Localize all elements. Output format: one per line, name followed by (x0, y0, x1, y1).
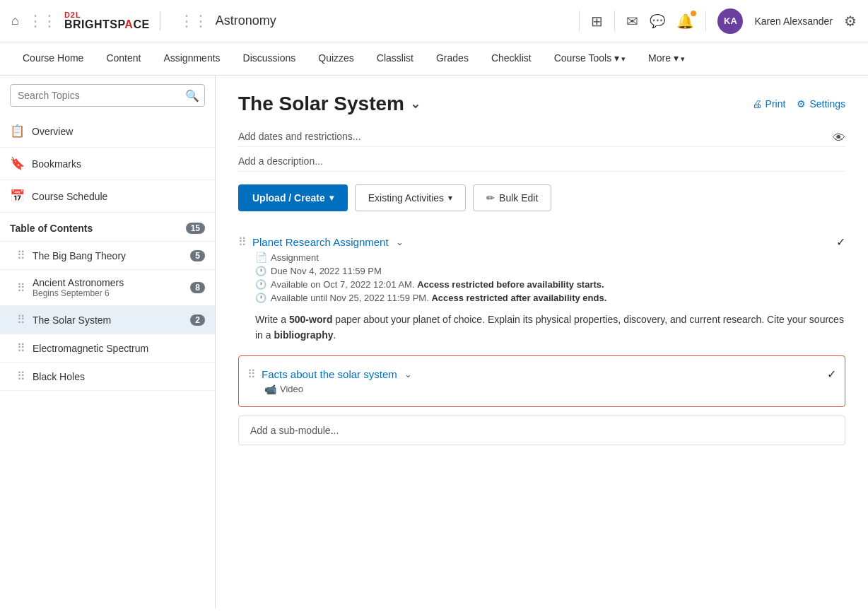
print-link[interactable]: 🖨 Print (752, 98, 786, 110)
drag-handle-icon: ⠿ (17, 313, 25, 326)
course-nav-item-assignments[interactable]: Assignments (152, 42, 231, 75)
activity-item-1: ⠿ Facts about the solar system ⌄ ✓ 📹 Vid… (238, 355, 845, 407)
sidebar-nav-course-schedule[interactable]: 📅 Course Schedule (0, 180, 215, 213)
chat-icon[interactable]: 💬 (650, 13, 665, 29)
notification-dot (691, 11, 696, 16)
course-nav-item-content[interactable]: Content (95, 42, 152, 75)
bulk-edit-button[interactable]: ✏ Bulk Edit (473, 184, 551, 211)
nav-dots-mid[interactable]: ⋮⋮ (179, 12, 207, 30)
search-button[interactable]: 🔍 (185, 89, 199, 102)
course schedule-icon: 📅 (10, 189, 25, 204)
course-nav-item-discussions[interactable]: Discussions (232, 42, 307, 75)
activity-type-icon: 📹 (264, 384, 276, 395)
toc-section: Table of Contents 15 ⠿ The Big Bang Theo… (0, 216, 215, 391)
sidebar-nav-overview[interactable]: 📋 Overview (0, 115, 215, 148)
activity-title-link[interactable]: Planet Research Assignment (252, 236, 389, 248)
upload-create-button[interactable]: Upload / Create ▾ (238, 184, 348, 211)
logo-name: BRIGHTSPACE (64, 19, 150, 30)
course-nav-item-more[interactable]: More ▾ (637, 42, 696, 75)
sidebar: 🔍 📋 Overview🔖 Bookmarks📅 Course Schedule… (0, 76, 216, 608)
search-input[interactable] (10, 84, 205, 107)
sidebar-nav-bookmarks[interactable]: 🔖 Bookmarks (0, 148, 215, 180)
toc-item-ancient-astronomers[interactable]: ⠿ Ancient Astronomers Begins September 6… (0, 270, 215, 306)
nav-separator-1 (579, 11, 580, 32)
activities-list: ⠿ Planet Research Assignment ⌄ ✓ 📄 Assig… (238, 224, 845, 407)
course-nav-item-checklist[interactable]: Checklist (480, 42, 543, 75)
toc-item-the-solar-system[interactable]: ⠿ The Solar System 2 (0, 306, 215, 334)
existing-activities-button[interactable]: Existing Activities ▾ (355, 184, 466, 211)
nav-separator-2 (614, 11, 615, 32)
user-name: Karen Alexsander (754, 16, 833, 27)
content-header: The Solar System ⌄ 🖨 Print ⚙ Settings (238, 93, 845, 115)
toc-badge: 8 (190, 282, 205, 293)
clock-icon: 🕐 (255, 293, 266, 303)
toc-label: Table of Contents (10, 223, 93, 234)
title-chevron-icon[interactable]: ⌄ (410, 96, 421, 112)
bulk-edit-icon: ✏ (486, 192, 495, 204)
course-navigation: Course HomeContentAssignmentsDiscussions… (0, 42, 868, 76)
activity-chevron-icon[interactable]: ⌄ (396, 237, 404, 247)
settings-link-icon: ⚙ (797, 98, 806, 110)
clock-icon: 🕐 (255, 279, 266, 290)
bookmarks-icon: 🔖 (10, 156, 25, 171)
toc-items-list: ⠿ The Big Bang Theory 5 ⠿ Ancient Astron… (0, 242, 215, 391)
drag-handle-icon: ⠿ (17, 341, 25, 355)
activity-chevron-icon[interactable]: ⌄ (404, 369, 412, 379)
activity-type: 📹 Video (264, 384, 836, 395)
activity-type: 📄 Assignment (255, 252, 845, 263)
clock-icon: 🕐 (255, 266, 266, 276)
drag-handle-icon: ⠿ (17, 281, 25, 295)
add-description[interactable]: Add a description... (238, 151, 845, 172)
activity-type-icon: 📄 (255, 252, 267, 263)
main-layout: 🔍 📋 Overview🔖 Bookmarks📅 Course Schedule… (0, 76, 868, 608)
activity-date: 🕐 Available until Nov 25, 2022 11:59 PM.… (255, 293, 845, 303)
existing-chevron-icon: ▾ (448, 193, 452, 203)
course-nav-item-grades[interactable]: Grades (425, 42, 480, 75)
grid-icon[interactable]: ⊞ (591, 13, 603, 30)
course-title: Astronomy (216, 13, 276, 28)
avatar[interactable]: KA (717, 8, 743, 34)
toc-badge: 15 (186, 223, 205, 234)
toc-item-electromagnetic-spectrum[interactable]: ⠿ Electromagnetic Spectrum (0, 334, 215, 363)
action-buttons-row: Upload / Create ▾ Existing Activities ▾ … (238, 184, 845, 211)
gear-icon[interactable]: ⚙ (844, 13, 857, 30)
bell-icon[interactable]: 🔔 (676, 13, 694, 30)
add-sub-module[interactable]: Add a sub-module... (238, 416, 845, 445)
activity-checkmark-icon: ✓ (836, 235, 845, 249)
toc-item-the-big-bang-theory[interactable]: ⠿ The Big Bang Theory 5 (0, 242, 215, 270)
nav-separator-3 (705, 11, 706, 32)
home-icon[interactable]: ⌂ (11, 13, 19, 28)
content-title-wrap: The Solar System ⌄ (238, 93, 421, 115)
toc-badge: 2 (190, 314, 205, 326)
header-actions: 🖨 Print ⚙ Settings (752, 98, 845, 110)
content-title-text: The Solar System (238, 93, 404, 115)
drag-dots-icon: ⠿ (247, 367, 256, 381)
course-nav-item-course-home[interactable]: Course Home (11, 42, 95, 75)
logo: D2L BRIGHTSPACE (64, 11, 160, 30)
activity-description: Write a 500-word paper about your planet… (255, 312, 845, 343)
search-wrap: 🔍 (0, 76, 215, 115)
upload-chevron-icon: ▾ (329, 193, 334, 203)
course-nav-item-classlist[interactable]: Classlist (365, 42, 425, 75)
toc-badge: 5 (190, 250, 205, 261)
nav-dots-left[interactable]: ⋮⋮ (28, 12, 56, 30)
add-dates[interactable]: Add dates and restrictions... 👁 (238, 126, 845, 147)
activity-date: 🕐 Available on Oct 7, 2022 12:01 AM. Acc… (255, 279, 845, 290)
overview-icon: 📋 (10, 124, 25, 139)
activity-item-0: ⠿ Planet Research Assignment ⌄ ✓ 📄 Assig… (238, 224, 845, 355)
toc-header: Table of Contents 15 (0, 216, 215, 242)
print-icon: 🖨 (752, 98, 762, 110)
eye-icon[interactable]: 👁 (833, 131, 845, 146)
toc-item-black-holes[interactable]: ⠿ Black Holes (0, 363, 215, 391)
drag-dots-icon: ⠿ (238, 235, 247, 249)
course-nav-item-course-tools[interactable]: Course Tools ▾ (543, 42, 637, 75)
drag-handle-icon: ⠿ (17, 370, 25, 383)
course-nav-item-quizzes[interactable]: Quizzes (307, 42, 365, 75)
top-navigation: ⌂ ⋮⋮ D2L BRIGHTSPACE ⋮⋮ Astronomy ⊞ ✉ 💬 … (0, 0, 868, 42)
drag-handle-icon: ⠿ (17, 249, 25, 262)
sidebar-nav-list: 📋 Overview🔖 Bookmarks📅 Course Schedule (0, 115, 215, 213)
activity-title-link[interactable]: Facts about the solar system (262, 368, 397, 380)
content-area: The Solar System ⌄ 🖨 Print ⚙ Settings Ad… (216, 76, 868, 608)
mail-icon[interactable]: ✉ (626, 13, 638, 30)
settings-link[interactable]: ⚙ Settings (797, 98, 845, 110)
